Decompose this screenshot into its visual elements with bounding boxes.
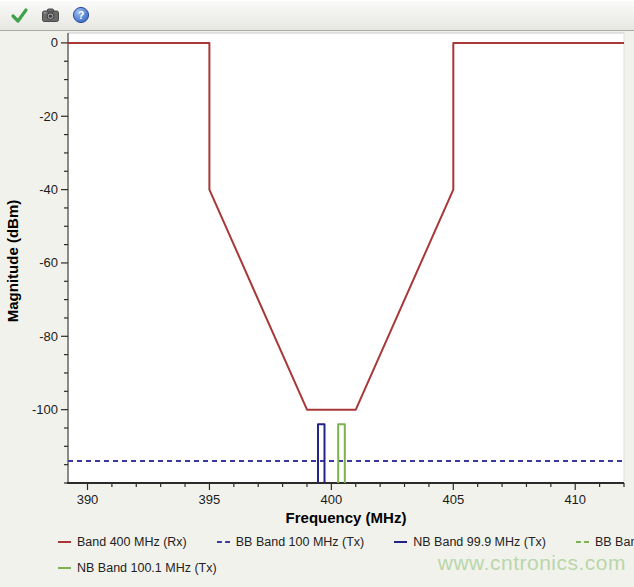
plot-area [68,33,624,483]
legend-item: NB Band 100.1 MHz (Tx) [58,561,217,575]
snapshot-button[interactable] [38,3,62,27]
x-axis-title: Frequency (MHz) [286,509,407,526]
legend-item: BB Band 100 MHz (Tx) [217,535,365,549]
y-tick-label: -20 [39,109,58,124]
y-tick-label: 0 [51,35,58,50]
check-icon [10,6,29,25]
y-tick-label: -40 [39,182,58,197]
x-tick-label: 410 [564,492,586,507]
legend-swatch [58,541,71,543]
legend-label: BB Band 101 MHz (Tx) [595,535,634,549]
legend-swatch [394,541,407,543]
frequency-response-chart: 3903954004054100-20-40-60-80-100 Frequen… [0,31,634,531]
legend-label: NB Band 99.9 MHz (Tx) [413,535,546,549]
y-tick-label: -80 [39,329,58,344]
legend-swatch [576,541,589,543]
legend-row: Band 400 MHz (Rx)BB Band 100 MHz (Tx)NB … [58,535,628,549]
camera-icon [41,6,60,25]
x-tick-label: 400 [321,492,343,507]
legend-item: Band 400 MHz (Rx) [58,535,187,549]
legend-item: NB Band 99.9 MHz (Tx) [394,535,546,549]
y-tick-label: -60 [39,255,58,270]
x-tick-label: 390 [77,492,99,507]
x-tick-label: 405 [442,492,464,507]
legend-label: BB Band 100 MHz (Tx) [236,535,365,549]
legend-item: BB Band 101 MHz (Tx) [576,535,634,549]
confirm-button[interactable] [7,3,31,27]
y-tick-label: -100 [32,402,58,417]
legend-label: Band 400 MHz (Rx) [77,535,187,549]
x-tick-label: 395 [199,492,221,507]
help-button[interactable]: ? [69,3,93,27]
legend-label: NB Band 100.1 MHz (Tx) [77,561,217,575]
legend-swatch [58,567,71,569]
watermark-text: www.cntronics.com [438,551,626,575]
toolbar: ? [0,0,634,31]
help-icon: ? [72,6,90,24]
svg-text:?: ? [78,9,85,21]
y-axis-title: Magnitude (dBm) [4,200,21,322]
legend-swatch [217,541,230,543]
